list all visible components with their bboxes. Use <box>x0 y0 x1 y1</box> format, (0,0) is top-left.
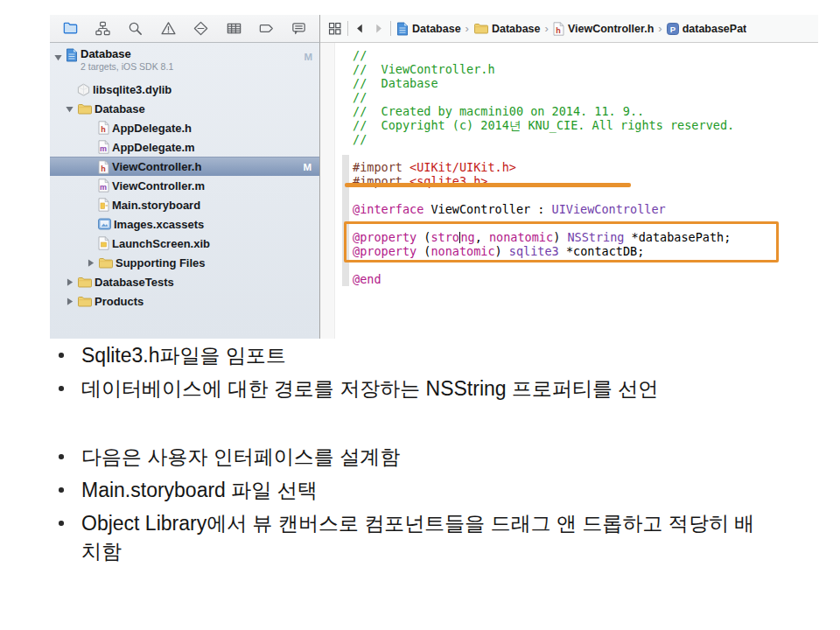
disclosure-right-icon[interactable] <box>64 297 74 306</box>
folder-icon <box>77 103 92 115</box>
file-tree: libsqlite3.dylibDatabasehAppDelegate.hmA… <box>50 80 319 311</box>
navigator-toolbar <box>50 15 320 43</box>
file-name: ViewController.h <box>112 160 201 173</box>
report-navigator-icon[interactable] <box>290 20 308 38</box>
xcode-window: Database›Database›hViewController.h›Pdat… <box>50 15 818 339</box>
breadcrumb-separator: › <box>658 22 662 35</box>
tree-row-viewcontroller-h[interactable]: hViewController.hM <box>50 157 319 176</box>
breadcrumb-item[interactable]: Database <box>473 23 541 35</box>
breadcrumb-label: Database <box>492 23 541 35</box>
code-line[interactable]: // Database <box>353 76 818 90</box>
tree-row-products[interactable]: Products <box>50 291 319 311</box>
project-navigator-sidebar: Database 2 targets, iOS SDK 8.1 M libsql… <box>50 43 320 339</box>
disclosure-down-icon[interactable] <box>52 52 63 62</box>
tree-row-launchscreen-xib[interactable]: LaunchScreen.xib <box>50 234 319 253</box>
tree-row-databasetests[interactable]: DatabaseTests <box>50 272 319 291</box>
forward-button[interactable] <box>372 22 385 35</box>
search-navigator-icon[interactable] <box>127 20 144 38</box>
code-line[interactable] <box>353 188 818 202</box>
code-line[interactable]: @end <box>353 272 818 286</box>
related-items-icon[interactable] <box>327 21 342 36</box>
folder-icon <box>473 23 488 34</box>
folder-icon <box>77 276 92 288</box>
folder-icon <box>98 257 113 269</box>
breakpoint-navigator-icon[interactable] <box>258 20 276 38</box>
bullet-text: Main.storyboard 파일 선택 <box>81 479 318 501</box>
svg-text:h: h <box>101 125 106 134</box>
project-row[interactable]: Database 2 targets, iOS SDK 8.1 M <box>50 43 319 80</box>
breadcrumb-separator: › <box>466 22 469 35</box>
storyboard-file-icon <box>98 198 109 212</box>
jump-bar: Database›Database›hViewController.h›Pdat… <box>320 15 818 43</box>
breadcrumb-item[interactable]: Database <box>396 22 461 36</box>
code-line[interactable]: // <box>353 132 818 146</box>
code-line[interactable]: // <box>353 90 818 104</box>
svg-text:P: P <box>669 24 676 33</box>
tree-row-main-storyboard[interactable]: Main.storyboard <box>50 195 319 214</box>
bullet-item: Sqlite3.h파일을 임포트 <box>54 341 765 369</box>
modified-badge: M <box>304 52 312 62</box>
annotation-box <box>344 221 779 262</box>
p-badge-icon: P <box>667 23 679 35</box>
test-navigator-icon[interactable] <box>192 20 210 38</box>
h-file-icon: h <box>98 121 109 135</box>
project-subtitle: 2 targets, iOS SDK 8.1 <box>80 61 173 72</box>
tree-row-libsqlite3-dylib[interactable]: libsqlite3.dylib <box>50 80 319 99</box>
file-name: LaunchScreen.xib <box>112 237 210 250</box>
debug-navigator-icon[interactable] <box>225 20 242 38</box>
tree-row-appdelegate-m[interactable]: mAppDelegate.m <box>50 137 319 157</box>
bullet-text: Sqlite3.h파일을 임포트 <box>81 344 286 367</box>
annotation-underline <box>345 183 631 187</box>
code-line[interactable]: // Created by macmini00 on 2014. 11. 9.. <box>353 104 818 118</box>
breadcrumb-item[interactable]: PdatabasePat <box>667 23 747 35</box>
h-file-icon: h <box>98 160 109 174</box>
project-file-icon <box>66 48 78 62</box>
code-line[interactable]: // Copyright (c) 2014년 KNU_CIE. All righ… <box>353 118 818 132</box>
bullet-list-1: Sqlite3.h파일을 임포트데이터베이스에 대한 경로를 저장하는 NSSt… <box>54 341 765 408</box>
tree-row-appdelegate-h[interactable]: hAppDelegate.h <box>50 118 319 137</box>
bullet-item: 다음은 사용자 인터페이스를 설계함 <box>54 443 765 471</box>
file-name: Database <box>94 102 145 116</box>
bullet-item: Main.storyboard 파일 선택 <box>54 476 765 504</box>
bullet-dot <box>59 454 64 459</box>
tree-row-supporting-files[interactable]: Supporting Files <box>50 253 319 272</box>
modified-badge: M <box>303 162 312 172</box>
bullet-list-2: 다음은 사용자 인터페이스를 설계함Main.storyboard 파일 선택O… <box>54 443 765 570</box>
bullet-dot <box>59 353 64 358</box>
breadcrumb-item[interactable]: hViewController.h <box>553 22 654 36</box>
code-line[interactable]: // <box>353 48 818 62</box>
disclosure-down-icon[interactable] <box>64 104 74 114</box>
code-editor[interactable]: //// ViewController.h// Database//// Cre… <box>320 43 818 339</box>
bullet-text: Object Library에서 뷰 캔버스로 컴포넌트들을 드래그 앤 드롭하… <box>81 512 754 563</box>
code-line[interactable]: @interface ViewController : UIViewContro… <box>353 202 818 216</box>
svg-text:m: m <box>100 183 107 192</box>
symbol-navigator-icon[interactable] <box>94 20 111 38</box>
xib-file-icon <box>98 236 109 250</box>
tree-row-viewcontroller-m[interactable]: mViewController.m <box>50 176 319 195</box>
code-line[interactable]: // ViewController.h <box>353 62 818 76</box>
tree-row-database[interactable]: Database <box>50 99 319 118</box>
code-line[interactable]: #import <UIKit/UIKit.h> <box>353 160 818 174</box>
divider <box>390 21 391 36</box>
bullet-dot <box>59 521 64 526</box>
breadcrumb: Database›Database›hViewController.h›Pdat… <box>396 22 746 36</box>
back-button[interactable] <box>354 22 367 35</box>
proj-doc-icon <box>396 22 409 36</box>
xcassets-file-icon <box>98 218 111 230</box>
disclosure-right-icon[interactable] <box>64 277 74 287</box>
svg-text:m: m <box>100 144 107 153</box>
code-line[interactable] <box>353 146 818 160</box>
file-name: AppDelegate.m <box>112 141 195 154</box>
h-file-icon: h <box>553 22 564 36</box>
bullet-text: 데이터베이스에 대한 경로를 저장하는 NSString 프로퍼티를 선언 <box>81 377 658 400</box>
bullet-item: 데이터베이스에 대한 경로를 저장하는 NSString 프로퍼티를 선언 <box>54 374 765 402</box>
tree-row-images-xcassets[interactable]: Images.xcassets <box>50 214 319 234</box>
file-name: AppDelegate.h <box>112 122 192 135</box>
file-name: Main.storyboard <box>112 199 200 212</box>
svg-text:h: h <box>556 25 561 34</box>
dylib-icon <box>77 83 90 96</box>
issue-navigator-icon[interactable] <box>159 20 177 38</box>
project-navigator-icon[interactable] <box>61 20 79 38</box>
file-name: Images.xcassets <box>114 218 204 231</box>
disclosure-right-icon[interactable] <box>85 258 95 268</box>
